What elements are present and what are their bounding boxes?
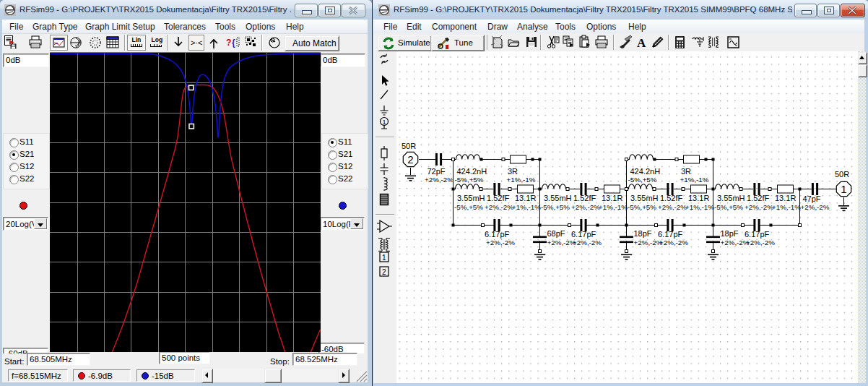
svg-text:1.52fF: 1.52fF — [573, 194, 596, 202]
svg-text:+1%,-1%: +1%,-1% — [599, 203, 628, 211]
svg-text:+1%,-1%: +1%,-1% — [680, 176, 709, 184]
svg-text:-5%,+5%: -5%,+5% — [541, 203, 570, 211]
svg-text:Log: Log — [152, 36, 163, 43]
svg-text:6.17pF: 6.17pF — [485, 230, 510, 239]
svg-text:+2%,-2%: +2%,-2% — [746, 239, 775, 246]
svg-text:-5%,+5%: -5%,+5% — [455, 176, 484, 184]
svg-text:1: 1 — [382, 254, 386, 262]
svg-text:1.52fF: 1.52fF — [660, 194, 682, 202]
svg-text:-5%,+5%: -5%,+5% — [454, 203, 483, 211]
svg-text:3.55mH: 3.55mH — [544, 194, 572, 202]
svg-text:13.1R: 13.1R — [602, 194, 622, 202]
svg-text:13.1R: 13.1R — [515, 194, 536, 202]
svg-text:2: 2 — [407, 153, 413, 166]
svg-text:3R: 3R — [681, 167, 691, 176]
svg-text:3.55mH: 3.55mH — [717, 194, 745, 202]
svg-text:+2%,-2%: +2%,-2% — [547, 239, 576, 246]
svg-text:+2%,-2%: +2%,-2% — [425, 176, 453, 184]
svg-text:+1%,-1%: +1%,-1% — [512, 203, 541, 211]
svg-text:424.2nH: 424.2nH — [630, 167, 661, 176]
svg-text:-5%,+5%: -5%,+5% — [714, 203, 743, 211]
svg-text:1.52fF: 1.52fF — [487, 194, 509, 202]
svg-text:+1%,-1%: +1%,-1% — [685, 203, 714, 211]
svg-text:1: 1 — [841, 183, 846, 195]
svg-text:1.52fF: 1.52fF — [747, 194, 769, 202]
svg-text:+2%,-2%: +2%,-2% — [571, 203, 600, 211]
svg-text:3R: 3R — [508, 167, 518, 176]
svg-text:+2%,-2%: +2%,-2% — [634, 239, 663, 246]
svg-text:13.1R: 13.1R — [688, 194, 709, 202]
svg-text:+2%,-2%: +2%,-2% — [721, 239, 750, 246]
svg-text:+2%,-2%: +2%,-2% — [658, 203, 687, 211]
svg-text:+2%,-2%: +2%,-2% — [745, 203, 773, 211]
svg-text:47pF: 47pF — [803, 194, 821, 203]
svg-text:+1%,-1%: +1%,-1% — [772, 203, 801, 211]
svg-text:-5%,+5%: -5%,+5% — [628, 176, 657, 184]
svg-text:{: { — [232, 38, 235, 48]
svg-text:-5%,+5%: -5%,+5% — [628, 203, 656, 211]
svg-text:18pF: 18pF — [721, 229, 739, 238]
svg-text:68pF: 68pF — [547, 229, 565, 238]
svg-text:18pF: 18pF — [634, 229, 652, 238]
svg-text:72pF: 72pF — [428, 167, 446, 176]
svg-text:50R: 50R — [402, 142, 416, 150]
svg-text:+2%,-2%: +2%,-2% — [801, 203, 830, 211]
svg-text:+1%,-1%: +1%,-1% — [507, 176, 536, 184]
svg-text:?: ? — [226, 38, 231, 48]
svg-text:2: 2 — [382, 268, 386, 276]
svg-text:13.1R: 13.1R — [775, 194, 796, 202]
svg-text:1: 1 — [383, 119, 386, 126]
svg-text:50R: 50R — [835, 170, 849, 179]
svg-text:>·<: >·< — [191, 38, 203, 47]
svg-text:A: A — [637, 36, 646, 50]
svg-text:3.55mH: 3.55mH — [457, 194, 485, 202]
svg-text:6.17pF: 6.17pF — [658, 230, 683, 239]
svg-text:+2%,-2%: +2%,-2% — [659, 239, 688, 246]
svg-text:+2%,-2%: +2%,-2% — [485, 203, 513, 211]
svg-text:6.17pF: 6.17pF — [571, 230, 596, 239]
svg-text:6.17pF: 6.17pF — [745, 230, 770, 239]
svg-text:424.2nH: 424.2nH — [457, 167, 487, 176]
svg-text:Lin: Lin — [132, 36, 142, 43]
svg-text:+2%,-2%: +2%,-2% — [573, 239, 602, 246]
svg-text:3.55mH: 3.55mH — [630, 194, 659, 202]
svg-text:+2%,-2%: +2%,-2% — [486, 239, 515, 246]
